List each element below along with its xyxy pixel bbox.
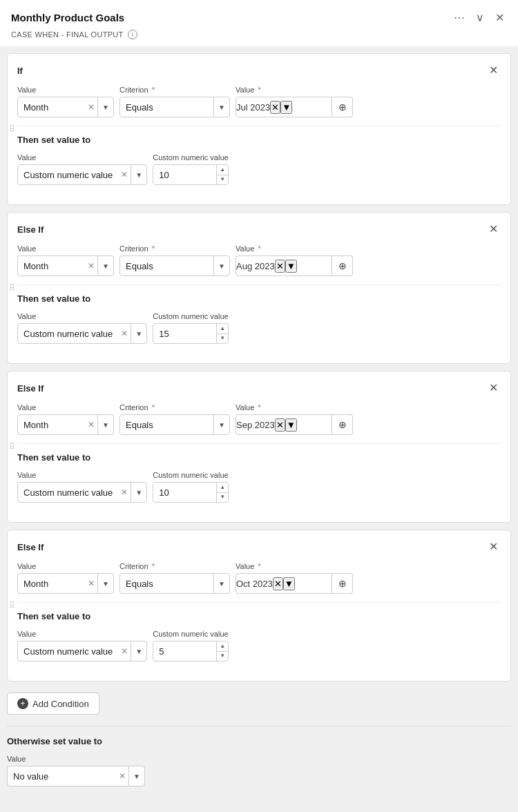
value2-select-2[interactable]: Sep 2023 ✕ ▼ bbox=[236, 414, 332, 435]
criterion-chevron-0[interactable]: ▼ bbox=[213, 97, 229, 117]
value2-select-1[interactable]: Aug 2023 ✕ ▼ bbox=[236, 255, 332, 276]
add-condition-button[interactable]: + Add Condition bbox=[7, 693, 99, 715]
then-value-select-1[interactable]: Custom numeric value ✕ ▼ bbox=[17, 323, 147, 344]
value2-clear-1[interactable]: ✕ bbox=[275, 260, 285, 273]
criterion-select-3[interactable]: Equals ▼ bbox=[119, 573, 230, 594]
then-fields-row-1: Value Custom numeric value ✕ ▼ Custom nu… bbox=[17, 312, 501, 344]
stepper-down-1[interactable]: ▼ bbox=[217, 334, 228, 344]
value-clear-0[interactable]: ✕ bbox=[85, 103, 97, 111]
value-chevron-2[interactable]: ▼ bbox=[97, 415, 113, 434]
then-value-select-0[interactable]: Custom numeric value ✕ ▼ bbox=[17, 164, 147, 185]
then-value-select-3[interactable]: Custom numeric value ✕ ▼ bbox=[17, 641, 147, 661]
criterion-chevron-1[interactable]: ▼ bbox=[213, 256, 229, 276]
value2-text-0: Jul 2023 bbox=[236, 102, 270, 113]
drag-handle-3[interactable]: ⠿ bbox=[9, 601, 15, 610]
otherwise-clear[interactable]: ✕ bbox=[116, 772, 128, 780]
close-icon[interactable]: ✕ bbox=[492, 10, 507, 26]
value-field-3: Value Month ✕ ▼ bbox=[17, 562, 114, 594]
value-clear-1[interactable]: ✕ bbox=[85, 262, 97, 270]
value2-clear-0[interactable]: ✕ bbox=[270, 101, 280, 114]
stepper-down-0[interactable]: ▼ bbox=[217, 175, 228, 185]
add-condition-plus-icon: + bbox=[17, 698, 28, 709]
value2-chevron-3[interactable]: ▼ bbox=[283, 577, 295, 590]
then-value-chevron-1[interactable]: ▼ bbox=[131, 324, 146, 343]
value2-chevron-1[interactable]: ▼ bbox=[285, 260, 297, 273]
drag-handle-2[interactable]: ⠿ bbox=[9, 442, 15, 452]
then-numeric-wrapper-3[interactable]: 5 ▲ ▼ bbox=[153, 641, 229, 661]
add-value-btn-2[interactable]: ⊕ bbox=[332, 414, 353, 435]
otherwise-value-select[interactable]: No value ✕ ▼ bbox=[7, 766, 145, 786]
then-value-clear-1[interactable]: ✕ bbox=[118, 329, 131, 338]
then-value-select-2[interactable]: Custom numeric value ✕ ▼ bbox=[17, 482, 147, 503]
criterion-select-0[interactable]: Equals ▼ bbox=[119, 97, 230, 117]
then-value-clear-0[interactable]: ✕ bbox=[118, 171, 131, 179]
value-select-1[interactable]: Month ✕ ▼ bbox=[17, 255, 114, 276]
value-chevron-1[interactable]: ▼ bbox=[97, 256, 113, 276]
then-section-1: Then set value to Value Custom numeric v… bbox=[17, 284, 501, 344]
then-value-chevron-2[interactable]: ▼ bbox=[131, 483, 146, 502]
stepper-up-3[interactable]: ▲ bbox=[217, 641, 228, 652]
header-actions: ⋯ ∨ ✕ bbox=[451, 10, 507, 26]
criterion-select-1[interactable]: Equals ▼ bbox=[119, 255, 230, 276]
add-value-btn-1[interactable]: ⊕ bbox=[332, 255, 353, 276]
then-section-2: Then set value to Value Custom numeric v… bbox=[17, 443, 501, 503]
drag-handle-0[interactable]: ⠿ bbox=[9, 124, 15, 134]
then-value-label-3: Value bbox=[17, 630, 147, 638]
add-value-btn-3[interactable]: ⊕ bbox=[332, 573, 353, 594]
then-fields-row-0: Value Custom numeric value ✕ ▼ Custom nu… bbox=[17, 153, 501, 185]
drag-handle-1[interactable]: ⠿ bbox=[9, 283, 15, 293]
stepper-up-1[interactable]: ▲ bbox=[217, 324, 228, 334]
close-block-0[interactable]: ✕ bbox=[486, 64, 501, 77]
then-numeric-field-2: Custom numeric value 10 ▲ ▼ bbox=[153, 471, 229, 503]
more-icon[interactable]: ⋯ bbox=[451, 10, 468, 26]
condition-block-3: ⠿ Else If ✕ Value Month ✕ ▼ Criterion * … bbox=[7, 530, 511, 682]
value2-chevron-2[interactable]: ▼ bbox=[285, 418, 297, 432]
stepper-up-2[interactable]: ▲ bbox=[217, 483, 228, 493]
value-select-text-2: Month bbox=[18, 420, 85, 430]
then-value-clear-2[interactable]: ✕ bbox=[118, 488, 131, 496]
value2-field-1: Value * Aug 2023 ✕ ▼ ⊕ bbox=[236, 244, 353, 276]
value2-select-0[interactable]: Jul 2023 ✕ ▼ bbox=[236, 97, 332, 117]
value2-clear-2[interactable]: ✕ bbox=[275, 418, 285, 432]
criterion-chevron-2[interactable]: ▼ bbox=[213, 415, 229, 434]
value2-clear-3[interactable]: ✕ bbox=[273, 577, 283, 590]
value-select-text-0: Month bbox=[18, 102, 85, 113]
criterion-text-1: Equals bbox=[120, 261, 213, 271]
then-numeric-wrapper-0[interactable]: 10 ▲ ▼ bbox=[153, 164, 229, 185]
otherwise-chevron[interactable]: ▼ bbox=[128, 766, 144, 786]
value-clear-3[interactable]: ✕ bbox=[85, 579, 97, 588]
stepper-2: ▲ ▼ bbox=[216, 483, 228, 502]
fields-row-1: Value Month ✕ ▼ Criterion * Equals ▼ Val… bbox=[17, 244, 501, 276]
then-numeric-wrapper-2[interactable]: 10 ▲ ▼ bbox=[153, 482, 229, 503]
value2-select-3[interactable]: Oct 2023 ✕ ▼ bbox=[236, 573, 332, 594]
criterion-chevron-3[interactable]: ▼ bbox=[213, 574, 229, 593]
criterion-select-2[interactable]: Equals ▼ bbox=[119, 414, 230, 435]
stepper-up-0[interactable]: ▲ bbox=[217, 165, 228, 175]
collapse-icon[interactable]: ∨ bbox=[473, 10, 487, 26]
value-select-2[interactable]: Month ✕ ▼ bbox=[17, 414, 114, 435]
stepper-down-3[interactable]: ▼ bbox=[217, 652, 228, 661]
value-clear-2[interactable]: ✕ bbox=[85, 420, 97, 429]
value-chevron-3[interactable]: ▼ bbox=[97, 574, 113, 593]
add-value-btn-0[interactable]: ⊕ bbox=[332, 97, 353, 117]
value-select-3[interactable]: Month ✕ ▼ bbox=[17, 573, 114, 594]
block-header-3: Else If ✕ bbox=[17, 540, 501, 554]
value2-label-1: Value * bbox=[236, 244, 353, 253]
value-chevron-0[interactable]: ▼ bbox=[97, 97, 113, 117]
then-value-clear-3[interactable]: ✕ bbox=[118, 647, 131, 655]
then-numeric-wrapper-1[interactable]: 15 ▲ ▼ bbox=[153, 323, 229, 344]
close-block-3[interactable]: ✕ bbox=[486, 540, 501, 554]
info-icon[interactable]: i bbox=[128, 30, 137, 39]
close-block-1[interactable]: ✕ bbox=[486, 222, 501, 236]
value2-wrapper-3: Oct 2023 ✕ ▼ ⊕ bbox=[236, 573, 353, 594]
then-value-chevron-3[interactable]: ▼ bbox=[131, 641, 146, 661]
criterion-label-0: Criterion * bbox=[119, 86, 230, 94]
then-label-0: Then set value to bbox=[17, 135, 501, 145]
close-block-2[interactable]: ✕ bbox=[486, 381, 501, 395]
then-value-text-1: Custom numeric value bbox=[18, 329, 118, 339]
stepper-down-2[interactable]: ▼ bbox=[217, 493, 228, 503]
then-value-chevron-0[interactable]: ▼ bbox=[131, 165, 146, 184]
then-numeric-value-2: 10 bbox=[153, 487, 216, 498]
value-select-0[interactable]: Month ✕ ▼ bbox=[17, 97, 114, 117]
value2-chevron-0[interactable]: ▼ bbox=[280, 101, 292, 114]
